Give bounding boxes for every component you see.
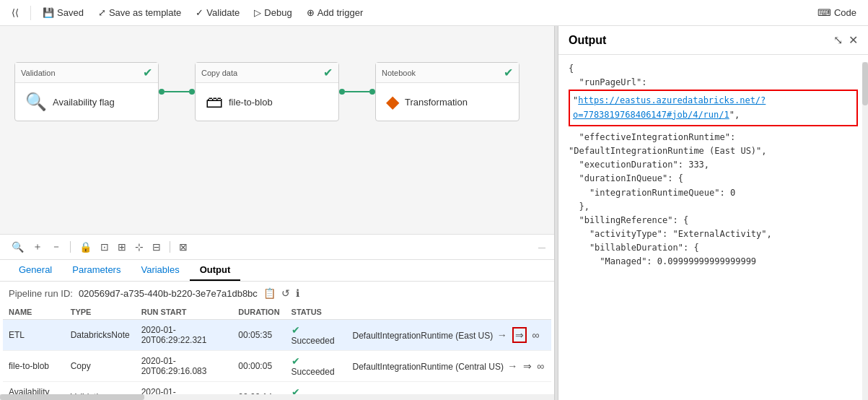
scrollbar-thumb[interactable] <box>0 394 144 400</box>
validate-btn[interactable]: ✓ Validate <box>190 4 245 21</box>
pointer-btn[interactable]: ⊹ <box>132 240 146 254</box>
output-icon[interactable]: ⇒ <box>512 327 527 343</box>
node-type-notebook: Notebook <box>382 69 416 77</box>
col-run-start: RUN START <box>136 305 233 320</box>
json-duration-queue: "durationInQueue": { <box>569 173 683 183</box>
main-container: Validation ✔ 🔍 Availability flag Copy da… <box>0 26 868 400</box>
zoom-controls: 🔍 ＋ － 🔒 ⊡ ⊞ ⊹ ⊟ ⊠ — <box>0 235 554 260</box>
debug-btn[interactable]: ▷ Debug <box>248 4 297 21</box>
json-key-runpageurl: "runPageUrl": <box>579 77 646 87</box>
add-trigger-btn[interactable]: ⊕ Add trigger <box>301 4 369 21</box>
copy-run-id-icon[interactable]: 📋 <box>263 287 276 299</box>
row-actions: DefaultIntegrationRuntime (East US) → ⇒ … <box>347 320 551 351</box>
node-icon-copydata: 🗃 <box>206 92 223 112</box>
tab-parameters[interactable]: Parameters <box>62 260 131 281</box>
code-label: Code <box>834 7 856 18</box>
lock-btn[interactable]: 🔒 <box>76 240 95 254</box>
debug-label: Debug <box>264 7 291 18</box>
add-trigger-label: Add trigger <box>317 7 364 18</box>
row-status: ✔ Succeeded <box>286 320 347 351</box>
bottom-panel: 🔍 ＋ － 🔒 ⊡ ⊞ ⊹ ⊟ ⊠ — General Pa <box>0 234 554 400</box>
node-icon-validation: 🔍 <box>25 92 47 112</box>
col-extra <box>347 305 551 320</box>
connector-1 <box>159 89 195 95</box>
bottom-scrollbar[interactable] <box>0 394 554 400</box>
input-icon[interactable]: → <box>507 360 517 372</box>
code-btn[interactable]: ⌨ Code <box>812 4 862 21</box>
node-icon-notebook: ◆ <box>386 92 399 112</box>
col-name: NAME <box>3 305 65 320</box>
grid-btn[interactable]: ⊡ <box>97 240 112 254</box>
link-icon[interactable]: ∞ <box>537 360 544 372</box>
output-scrollbar[interactable] <box>862 62 868 400</box>
tab-variables-label: Variables <box>141 264 179 275</box>
input-icon[interactable]: → <box>497 329 507 341</box>
row-status: ✔ Succeeded <box>286 351 347 382</box>
scrollbar-thumb[interactable] <box>862 62 868 105</box>
row-actions: DefaultIntegrationRuntime (Central US) →… <box>347 351 551 382</box>
run-page-url-link[interactable]: https://eastus.azuredatabricks.net/?o=77… <box>573 95 766 119</box>
table-row[interactable]: file-to-blob Copy 2020-01-20T06:29:16.08… <box>3 351 551 382</box>
output-icon[interactable]: ⇒ <box>523 360 532 372</box>
canvas-area[interactable]: Validation ✔ 🔍 Availability flag Copy da… <box>0 26 555 400</box>
add-trigger-icon: ⊕ <box>307 7 315 18</box>
tab-variables[interactable]: Variables <box>131 260 189 281</box>
run-id-label: Pipeline run ID: <box>9 288 73 299</box>
json-eff-rt: "effectiveIntegrationRuntime": "DefaultI… <box>569 132 767 156</box>
node-check-copydata: ✔ <box>323 66 333 79</box>
link-icon[interactable]: ∞ <box>532 329 539 341</box>
layout-btn[interactable]: ⊟ <box>149 240 164 254</box>
node-check-notebook: ✔ <box>504 66 513 79</box>
json-billable-dur: "billableDuration": { <box>569 243 699 253</box>
tab-output[interactable]: Output <box>190 260 241 281</box>
code-icon: ⌨ <box>817 7 831 18</box>
move-btn[interactable]: ⊠ <box>176 240 190 254</box>
node-check-validation: ✔ <box>143 66 152 79</box>
validate-label: Validate <box>206 7 240 18</box>
run-table: NAME TYPE RUN START DURATION STATUS ETL <box>3 305 551 400</box>
close-btn[interactable]: ✕ <box>849 33 858 47</box>
node-copydata[interactable]: Copy data ✔ 🗃 file-to-blob <box>195 62 339 121</box>
row-name: ETL <box>3 320 65 351</box>
select-btn[interactable]: ⊞ <box>115 240 129 254</box>
tab-general[interactable]: General <box>9 260 62 281</box>
connector-dot-1 <box>159 89 165 95</box>
output-title: Output <box>569 34 606 47</box>
node-notebook[interactable]: Notebook ✔ ◆ Transformation <box>375 62 520 121</box>
zoom-minus-btn[interactable]: － <box>48 239 64 255</box>
col-status: STATUS <box>286 305 347 320</box>
connector-dot-1b <box>189 89 195 95</box>
tab-output-label: Output <box>200 264 231 275</box>
node-type-validation: Validation <box>21 69 56 77</box>
connector-dot-2b <box>369 89 375 95</box>
node-validation[interactable]: Validation ✔ 🔍 Availability flag <box>14 62 159 121</box>
collapse-btn[interactable]: ⟨⟨ <box>6 4 25 21</box>
pipeline-nodes: Validation ✔ 🔍 Availability flag Copy da… <box>14 62 520 121</box>
json-open-brace: { <box>569 64 574 74</box>
save-template-btn[interactable]: ⤢ Save as template <box>92 4 187 21</box>
node-header-copydata: Copy data ✔ <box>196 63 338 83</box>
refresh-icon[interactable]: ↺ <box>281 287 290 299</box>
status-icon: ✔ <box>291 324 300 336</box>
json-rt-queue: "integrationRuntimeQueue": 0 <box>569 188 735 198</box>
node-body-notebook: ◆ Transformation <box>376 83 519 121</box>
node-header-validation: Validation ✔ <box>15 63 158 83</box>
zoom-plus-btn[interactable]: ＋ <box>30 239 45 255</box>
saved-label: Saved <box>57 7 84 18</box>
json-exec-duration: "executionDuration": 333, <box>569 160 709 170</box>
table-row[interactable]: ETL DatabricksNote 2020-01-20T06:29:22.3… <box>3 320 551 351</box>
table-header-row: NAME TYPE RUN START DURATION STATUS <box>3 305 551 320</box>
json-close-inner: }, <box>569 201 589 212</box>
node-label-copydata: file-to-blob <box>229 97 273 108</box>
toolbar-sep-1 <box>30 6 31 20</box>
zoom-search-btn[interactable]: 🔍 <box>9 240 27 254</box>
save-icon: 💾 <box>43 7 54 18</box>
row-type: DatabricksNote <box>65 320 136 351</box>
save-template-icon: ⤢ <box>98 7 106 18</box>
saved-btn[interactable]: 💾 Saved <box>37 4 89 21</box>
expand-btn[interactable]: ⤡ <box>833 33 843 47</box>
info-icon[interactable]: ℹ <box>296 287 299 299</box>
node-type-copydata: Copy data <box>201 69 237 77</box>
run-info: Pipeline run ID: 020569d7-a735-440b-b220… <box>0 282 554 305</box>
node-header-notebook: Notebook ✔ <box>376 63 519 83</box>
